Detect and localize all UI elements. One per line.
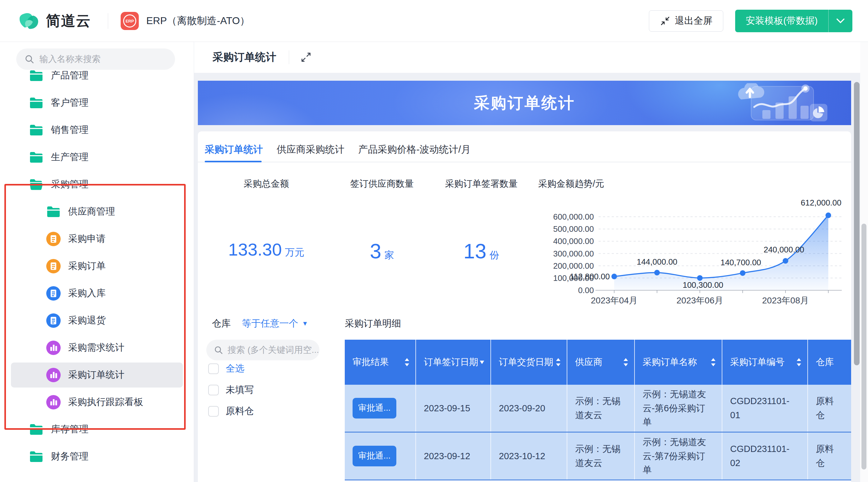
sidebar-item-采购需求统计[interactable]: 采购需求统计 bbox=[11, 335, 183, 360]
table-cell: 2023-10-12 bbox=[491, 432, 567, 480]
svg-text:100,300.00: 100,300.00 bbox=[683, 280, 723, 290]
tab-供应商采购统计[interactable]: 供应商采购统计 bbox=[277, 143, 344, 156]
checkbox[interactable] bbox=[208, 406, 219, 417]
page-scrollbar[interactable] bbox=[862, 224, 866, 470]
dashboard-banner: 采购订单统计 bbox=[198, 81, 851, 125]
sort-icon[interactable] bbox=[623, 358, 628, 367]
sort-icon[interactable] bbox=[404, 358, 410, 367]
logo-text: 简道云 bbox=[46, 11, 91, 31]
sort-icon[interactable] bbox=[555, 358, 561, 367]
search-icon bbox=[214, 345, 223, 355]
sidebar-item-采购退货[interactable]: 采购退货 bbox=[11, 308, 183, 333]
app-title: ERP（离散制造-ATO） bbox=[146, 0, 250, 41]
approval-status-badge: 审批通... bbox=[352, 446, 396, 466]
sidebar-item-产品管理[interactable]: 产品管理 bbox=[11, 63, 183, 88]
approval-cell: 审批通... bbox=[345, 432, 416, 480]
title-divider bbox=[289, 50, 289, 64]
approval-status-badge: 审批通... bbox=[352, 398, 396, 419]
tab-产品采购价格-波动统计/月[interactable]: 产品采购价格-波动统计/月 bbox=[358, 143, 471, 156]
inner-scrollbar[interactable] bbox=[854, 82, 860, 365]
approval-cell: 审批通... bbox=[345, 385, 416, 432]
jiandaoyun-logo-icon bbox=[17, 11, 40, 31]
app-bar: 简道云 ERP ERP（离散制造-ATO） 退出全屏 安装模板(带数据) bbox=[0, 0, 868, 42]
column-header-仓库[interactable]: 仓库 bbox=[808, 340, 851, 385]
column-header-供应商[interactable]: 供应商 bbox=[567, 340, 635, 385]
svg-text:2023年06月: 2023年06月 bbox=[676, 295, 723, 305]
expand-fullscreen-icon[interactable] bbox=[300, 52, 312, 63]
exit-fullscreen-icon bbox=[660, 16, 671, 26]
sidebar-item-采购申请[interactable]: 采购申请 bbox=[11, 226, 183, 252]
sort-icon[interactable] bbox=[710, 358, 716, 367]
column-header-订单签订日期[interactable]: 订单签订日期 bbox=[416, 340, 491, 385]
tab-采购订单统计[interactable]: 采购订单统计 bbox=[205, 143, 263, 156]
caret-down-icon: ▼ bbox=[302, 320, 308, 327]
doc-blue-icon bbox=[46, 286, 61, 301]
sidebar-item-采购订单统计[interactable]: 采购订单统计 bbox=[11, 363, 183, 388]
sidebar-item-采购入库[interactable]: 采购入库 bbox=[11, 281, 183, 306]
table-cell: 原料仓 bbox=[808, 385, 851, 432]
chevron-down-icon[interactable] bbox=[829, 10, 852, 32]
table-cell: 示例：无锡道友云-第6份采购订单 bbox=[635, 385, 722, 432]
sidebar-item-财务管理[interactable]: 财务管理 bbox=[11, 444, 183, 469]
svg-text:2023年08月: 2023年08月 bbox=[762, 295, 809, 305]
stat-value: 13份 bbox=[464, 239, 499, 263]
sidebar-item-客户管理[interactable]: 客户管理 bbox=[11, 90, 183, 115]
table-cell: CGDD231101-01 bbox=[722, 385, 808, 432]
table-cell: 2023-09-15 bbox=[416, 385, 491, 432]
checkbox[interactable] bbox=[208, 364, 219, 374]
svg-text:612,000.00: 612,000.00 bbox=[801, 198, 841, 207]
sidebar-item-供应商管理[interactable]: 供应商管理 bbox=[11, 199, 183, 224]
column-header-审批结果[interactable]: 审批结果 bbox=[345, 340, 416, 385]
doc-orange-icon bbox=[46, 232, 61, 246]
filter-operator-dropdown[interactable]: 等于任意一个 ▼ bbox=[242, 317, 308, 330]
table-cell: 2023-09-12 bbox=[416, 432, 491, 480]
svg-text:240,000.00: 240,000.00 bbox=[764, 245, 804, 254]
table-header-row: 审批结果 订单签订日期 订单交货日期 供应商 采购订单名称 采购订单编 bbox=[345, 340, 851, 385]
filter-option-原料仓[interactable]: 原料仓 bbox=[208, 405, 254, 418]
content-header: 采购订单统计 bbox=[194, 41, 868, 73]
chart-purple-icon bbox=[46, 368, 61, 382]
main-content: 采购订单统计 采购订单统计 bbox=[194, 41, 868, 482]
page-title: 采购订单统计 bbox=[213, 50, 276, 64]
table-title: 采购订单明细 bbox=[345, 317, 401, 330]
chart-purple-icon bbox=[46, 341, 61, 355]
sort-icon[interactable] bbox=[479, 360, 485, 364]
filter-field-label: 仓库 bbox=[212, 317, 231, 330]
sort-icon[interactable] bbox=[796, 358, 802, 367]
column-header-订单交货日期[interactable]: 订单交货日期 bbox=[491, 340, 567, 385]
folder-open-icon bbox=[29, 177, 43, 192]
filter-row: 仓库 等于任意一个 ▼ bbox=[212, 317, 308, 330]
svg-text:600,000.00: 600,000.00 bbox=[553, 212, 594, 222]
sidebar-search-input[interactable] bbox=[39, 54, 175, 64]
sidebar-item-库存管理[interactable]: 库存管理 bbox=[11, 417, 183, 442]
table-row[interactable]: 审批通...2023-09-122023-10-12示例：无锡道友云示例：无锡道… bbox=[345, 432, 851, 480]
active-tab-underline bbox=[205, 161, 261, 162]
svg-text:144,000.00: 144,000.00 bbox=[637, 257, 677, 266]
filter-search-input[interactable] bbox=[227, 345, 319, 355]
table-row[interactable]: 审批通...2023-09-152023-09-20示例：无锡道友云示例：无锡道… bbox=[345, 385, 851, 432]
sidebar-item-生产管理[interactable]: 生产管理 bbox=[11, 145, 183, 170]
install-template-button[interactable]: 安装模板(带数据) bbox=[735, 10, 852, 32]
sidebar-item-采购订单[interactable]: 采购订单 bbox=[11, 254, 183, 279]
sidebar-item-销售管理[interactable]: 销售管理 bbox=[11, 118, 183, 143]
filter-option-全选[interactable]: 全选 bbox=[208, 362, 244, 375]
search-icon bbox=[24, 54, 34, 64]
checkbox[interactable] bbox=[208, 385, 219, 395]
chart-purple-icon bbox=[46, 395, 61, 409]
exit-fullscreen-button[interactable]: 退出全屏 bbox=[649, 10, 723, 32]
folder-icon bbox=[29, 450, 43, 464]
filter-option-未填写[interactable]: 未填写 bbox=[208, 384, 254, 396]
folder-icon bbox=[29, 123, 43, 137]
table-cell: 示例：无锡道友云 bbox=[567, 385, 635, 432]
column-header-采购订单编号[interactable]: 采购订单编号 bbox=[722, 340, 808, 385]
filter-search[interactable] bbox=[206, 340, 319, 360]
screen: 简道云 ERP ERP（离散制造-ATO） 退出全屏 安装模板(带数据) bbox=[0, 0, 868, 482]
column-header-采购订单名称[interactable]: 采购订单名称 bbox=[635, 340, 722, 385]
sidebar-item-采购执行跟踪看板[interactable]: 采购执行跟踪看板 bbox=[11, 390, 183, 415]
stat-label: 采购订单签署数量 bbox=[445, 178, 518, 190]
purchase-order-table: 审批结果 订单签订日期 订单交货日期 供应商 采购订单名称 采购订单编 bbox=[345, 340, 851, 480]
table-cell: 示例：无锡道友云 bbox=[567, 432, 635, 480]
svg-text:500,000.00: 500,000.00 bbox=[553, 224, 594, 234]
sidebar-item-采购管理[interactable]: 采购管理 bbox=[11, 172, 183, 197]
tabs-divider bbox=[198, 162, 851, 162]
